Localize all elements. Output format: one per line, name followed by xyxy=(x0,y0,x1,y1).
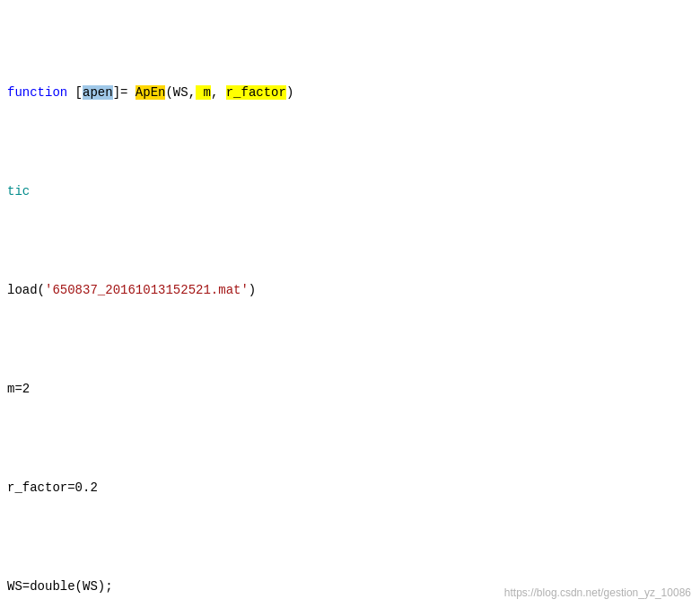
line-1: function [apen]= ApEn(WS, m, r_factor) xyxy=(7,83,693,102)
line-2: tic xyxy=(7,181,693,201)
line-5: r_factor=0.2 xyxy=(7,478,693,498)
watermark-text: https://blog.csdn.net/gestion_yz_10086 xyxy=(504,586,691,599)
code-editor: function [apen]= ApEn(WS, m, r_factor) t… xyxy=(0,0,700,608)
code-content: function [apen]= ApEn(WS, m, r_factor) t… xyxy=(0,0,700,608)
line-4: m=2 xyxy=(7,379,693,399)
line-3: load('650837_20161013152521.mat') xyxy=(7,280,693,300)
